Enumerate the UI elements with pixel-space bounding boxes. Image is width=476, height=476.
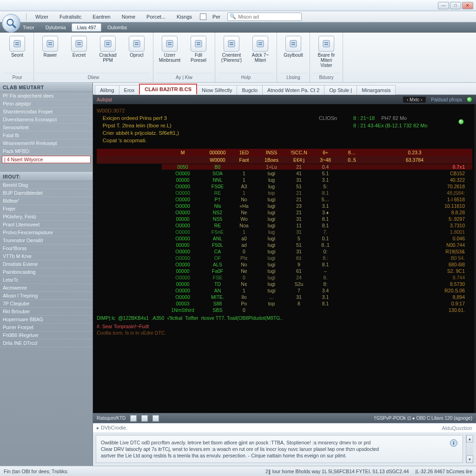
terminal-scrollbar[interactable] xyxy=(474,104,476,413)
doc-tab-5[interactable]: Atnodd Woten Pa. Ct 2 xyxy=(262,85,324,95)
hint-scrollbar[interactable]: ▲ ▼ xyxy=(466,435,473,463)
sidebar-item[interactable]: Purrer Frorpet xyxy=(0,324,93,331)
table-row[interactable]: O0000AN1tugi73.4R20.S.06 xyxy=(97,287,472,294)
table-row[interactable]: 1NmSthirdSBS0130.61. xyxy=(97,307,472,313)
ribbon-btn-3-0[interactable]: Cnentent ('Pierens') xyxy=(218,34,245,72)
search-box[interactable]: 🔍 xyxy=(227,13,302,21)
sidebar-item[interactable]: Prolvo;Fexcerriapisture xyxy=(0,229,93,237)
tb2-2[interactable]: Liws 497 xyxy=(72,23,101,32)
sidebar-item[interactable]: Wriannemer## Rrelusept xyxy=(0,139,93,147)
menu-nome[interactable]: Nome xyxy=(117,13,140,21)
table-row[interactable]: O0000FSnE1lug317.1.8001 xyxy=(97,229,472,235)
doc-tab-6[interactable]: Op Stule | xyxy=(324,85,357,95)
ribbon-btn-0-0[interactable]: Seont xyxy=(4,34,31,72)
sidebar-item[interactable]: Diverxitamens Ecoraspct xyxy=(0,116,93,124)
doc-tab-2[interactable]: CLAii BA2iTR B.CS xyxy=(139,84,197,95)
sidebar-item[interactable]: Aliosn l Trepring xyxy=(0,292,93,300)
menu-per[interactable]: Per xyxy=(207,13,225,21)
sidebar-item[interactable]: Aicmwenre xyxy=(0,284,93,292)
ribbon-btn-2-0[interactable]: Uzerr Minbrsumt xyxy=(156,34,183,72)
table-row[interactable]: O0000RENoalugi118.13.7310 xyxy=(97,222,472,229)
table-row[interactable]: O0000ANLa0lugi50.10.046 xyxy=(97,235,472,242)
sidebar-item[interactable]: Pt' Fis anqtechent dees xyxy=(0,92,93,100)
sidebar-item[interactable]: Rkt Brlouber xyxy=(0,308,93,316)
footer-icon-1[interactable] xyxy=(130,415,137,422)
table-row[interactable]: O0000FS0EA3lug515:70.2618 xyxy=(97,183,472,190)
sidebar-item[interactable]: Frejer xyxy=(0,205,93,213)
footer-icon-3[interactable] xyxy=(152,415,159,422)
sidebar-item[interactable]: Drlis INE DTrccl xyxy=(0,339,93,347)
table-row[interactable]: O0000RE1top218.148.|S84: xyxy=(97,190,472,196)
sidebar-item[interactable]: 7P Cleqiube xyxy=(0,300,93,308)
sidebar-item[interactable]: Trurenstor Oensil/r xyxy=(0,237,93,245)
sidebar-item[interactable]: Dmatisls Eviene xyxy=(0,260,93,268)
doc-tab-4[interactable]: Bugclo xyxy=(237,85,263,95)
ribbon-btn-1-1[interactable]: Evcret xyxy=(66,34,93,72)
table-row[interactable]: O0000FSE0lugi248.8.744 xyxy=(97,274,472,281)
doc-tab-7[interactable]: Minargamsis xyxy=(357,85,396,95)
window-close[interactable]: ✕ xyxy=(462,2,473,9)
ribbon-btn-1-0[interactable]: Rawer xyxy=(37,34,64,72)
ribbon-btn-3-1[interactable]: Adck 7~ Miteri xyxy=(247,34,274,72)
sidebar-item[interactable]: Hoperrisare BBAG xyxy=(0,316,93,324)
table-row[interactable]: 00000NS5Wolugi318.15:.9297 xyxy=(97,216,472,222)
sidebar-item[interactable]: Bldfeer' xyxy=(0,197,93,205)
table-row[interactable]: O0000ALSNolugi98.1680-6l8 xyxy=(97,261,472,268)
table-row[interactable]: 00000Fa0FNetugi61–S2. 9C1 xyxy=(97,268,472,274)
menu-futralisitc[interactable]: Futralisitc xyxy=(54,13,86,21)
table-row[interactable]: 00003S88Potop88.10.9:17 xyxy=(97,300,472,307)
sidebar-item[interactable]: | 4 Nsert Wityorce xyxy=(2,156,91,163)
table-row[interactable]: 00000TDNɛlugiS2u8:8.5730 xyxy=(97,281,472,287)
tb2-0[interactable]: Treor xyxy=(18,23,40,32)
table-row[interactable]: O0000MITE.Ilo…313.18,894 xyxy=(97,294,472,300)
doc-tab-1[interactable]: Erox xyxy=(119,85,140,95)
table-row[interactable]: 00000NNL1lug313.140.322 xyxy=(97,177,472,183)
tb2-3[interactable]: Oulombs xyxy=(102,23,132,32)
sidebar-item[interactable]: Sensosrkret xyxy=(0,124,93,132)
scroll-down-icon[interactable]: ▼ xyxy=(466,456,473,463)
search-input[interactable] xyxy=(238,14,299,20)
sidebar-item[interactable]: Fatal fb xyxy=(0,132,93,139)
terminal[interactable]: W00D:3072 Exicjen ordeed Prins perf 3 Pr… xyxy=(93,104,476,413)
sidebar-item[interactable]: Fh0B8 IRegrluer xyxy=(0,331,93,339)
sidebar-item[interactable]: VTTb M Krve xyxy=(0,252,93,260)
table-row[interactable]: 0050B01÷Lu210.40.7x1 xyxy=(97,164,472,170)
sidebar-item[interactable]: Sharxtenrcodax Fropet xyxy=(0,108,93,116)
ribbon-btn-4-0[interactable]: Gsylboult xyxy=(280,34,307,72)
menu-kisngs[interactable]: Kisngs xyxy=(172,13,197,21)
ribbon-btn-1-3[interactable]: Oprocl xyxy=(123,34,150,72)
sidebar-item[interactable]: Four!Borss xyxy=(0,245,93,252)
app-logo[interactable] xyxy=(2,14,20,33)
sidebar-item[interactable]: Bereld Disg xyxy=(0,181,93,189)
sidebar-item[interactable]: PKilefery, Fimlz xyxy=(0,213,93,221)
tb2-1[interactable]: Dylubmia xyxy=(40,23,71,32)
ribbon-btn-5-0[interactable]: Bxare fir Miteri Vister xyxy=(313,34,340,72)
sidebar-item[interactable]: Painibincasting xyxy=(0,268,93,276)
menu-eantren[interactable]: Eantren xyxy=(87,13,116,21)
sidebar-item[interactable]: Praot Lltemoveet xyxy=(0,221,93,229)
table-row[interactable]: O0000SOA1lugi415.1CB152 xyxy=(97,170,472,177)
window-minimize[interactable]: — xyxy=(438,2,449,9)
sidebar-item[interactable]: LetsrTc xyxy=(0,276,93,284)
menu-porcet...[interactable]: Porcet... xyxy=(141,13,171,21)
sidebar-item[interactable]: Pimn alejstpr xyxy=(0,100,93,108)
hint-info-icon[interactable]: i xyxy=(450,439,457,447)
ribbon-btn-2-1[interactable]: Fdil Poresel xyxy=(185,34,212,72)
window-maximize[interactable]: □ xyxy=(450,2,461,9)
table-row[interactable]: O0000NS2Nelugi213.♦8.8.28 xyxy=(97,209,472,216)
doc-tab-3[interactable]: Niow Silfectly xyxy=(197,85,237,95)
command-input-line[interactable]: ▸ DVbCrodie. AlduQuvztion xyxy=(93,423,476,432)
sidebar-item[interactable]: BUP Darroibterdet xyxy=(0,189,93,197)
scroll-up-icon[interactable]: ▲ xyxy=(466,435,473,443)
doc-tab-0[interactable]: Alibng xyxy=(95,85,119,95)
table-row[interactable]: O0000OFPlɛlugi6‡8.:B0 54. xyxy=(97,255,472,261)
table-row[interactable]: O0000Nls«Halugi233.110.11610 xyxy=(97,203,472,209)
menu-icon-a[interactable] xyxy=(200,13,206,20)
table-row[interactable]: 00000F50Ladlugi518..1N00.744 xyxy=(97,242,472,248)
ribbon-btn-1-2[interactable]: Crackad PPM xyxy=(94,34,121,72)
sidebar-item[interactable]: Pack MFBD: xyxy=(0,147,93,155)
menu-wizer[interactable]: Wizer xyxy=(30,13,53,21)
table-row[interactable]: O0000P†Notugi215…1-l 6518 xyxy=(97,196,472,203)
footer-icon-2[interactable] xyxy=(141,415,148,422)
table-row[interactable]: O0000CA0tugi310:R19|S3& xyxy=(97,248,472,255)
